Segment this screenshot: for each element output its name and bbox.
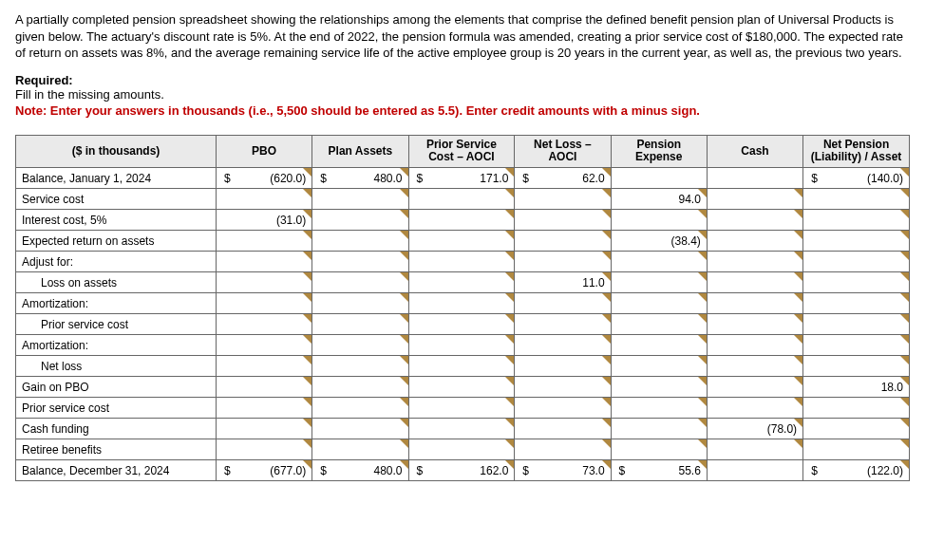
cell-input[interactable]: $(140.0) — [803, 168, 910, 189]
cell-input[interactable] — [515, 252, 611, 272]
dropdown-icon[interactable] — [900, 272, 909, 281]
cell-input[interactable] — [707, 168, 802, 189]
dropdown-icon[interactable] — [400, 231, 408, 239]
cell-input[interactable] — [707, 377, 802, 398]
dropdown-icon[interactable] — [900, 460, 909, 469]
cell-input[interactable] — [216, 272, 311, 293]
cell-input[interactable] — [611, 398, 707, 419]
dropdown-icon[interactable] — [698, 210, 707, 218]
dropdown-icon[interactable] — [400, 314, 408, 323]
cell-input[interactable]: $480.0 — [312, 460, 408, 481]
dropdown-icon[interactable] — [303, 439, 311, 448]
dropdown-icon[interactable] — [303, 460, 311, 469]
cell-input[interactable] — [408, 356, 515, 377]
dropdown-icon[interactable] — [698, 419, 707, 427]
dropdown-icon[interactable] — [400, 460, 408, 469]
dropdown-icon[interactable] — [698, 460, 707, 469]
dropdown-icon[interactable] — [602, 252, 611, 260]
cell-input[interactable] — [515, 314, 611, 335]
cell-input[interactable]: $62.0 — [515, 168, 611, 189]
dropdown-icon[interactable] — [602, 293, 611, 302]
dropdown-icon[interactable] — [505, 460, 514, 469]
dropdown-icon[interactable] — [400, 419, 408, 427]
cell-input[interactable] — [312, 419, 408, 439]
cell-input[interactable]: 11.0 — [515, 272, 611, 293]
cell-input[interactable] — [408, 252, 515, 272]
dropdown-icon[interactable] — [505, 439, 514, 448]
cell-input[interactable] — [216, 314, 311, 335]
dropdown-icon[interactable] — [602, 168, 611, 177]
dropdown-icon[interactable] — [900, 439, 909, 448]
dropdown-icon[interactable] — [900, 398, 909, 406]
cell-input[interactable]: (38.4) — [611, 231, 707, 252]
dropdown-icon[interactable] — [303, 335, 311, 344]
cell-input[interactable]: $(122.0) — [803, 460, 910, 481]
dropdown-icon[interactable] — [794, 293, 802, 302]
dropdown-icon[interactable] — [400, 168, 408, 177]
cell-input[interactable] — [803, 293, 910, 314]
cell-input[interactable] — [611, 439, 707, 460]
dropdown-icon[interactable] — [505, 231, 514, 239]
cell-input[interactable] — [707, 272, 802, 293]
dropdown-icon[interactable] — [505, 398, 514, 406]
cell-input[interactable] — [611, 377, 707, 398]
cell-input[interactable] — [803, 335, 910, 356]
dropdown-icon[interactable] — [900, 356, 909, 364]
dropdown-icon[interactable] — [303, 168, 311, 177]
cell-input[interactable] — [216, 231, 311, 252]
dropdown-icon[interactable] — [505, 293, 514, 302]
cell-input[interactable] — [707, 210, 802, 231]
dropdown-icon[interactable] — [505, 210, 514, 218]
dropdown-icon[interactable] — [602, 419, 611, 427]
cell-input[interactable] — [611, 314, 707, 335]
cell-input[interactable] — [408, 210, 515, 231]
dropdown-icon[interactable] — [698, 189, 707, 197]
dropdown-icon[interactable] — [602, 398, 611, 406]
cell-input[interactable] — [312, 210, 408, 231]
dropdown-icon[interactable] — [400, 210, 408, 218]
cell-input[interactable] — [515, 419, 611, 439]
cell-input[interactable] — [408, 439, 515, 460]
cell-input[interactable] — [707, 189, 802, 210]
dropdown-icon[interactable] — [698, 252, 707, 260]
cell-input[interactable] — [707, 314, 802, 335]
dropdown-icon[interactable] — [303, 356, 311, 364]
cell-input[interactable] — [408, 231, 515, 252]
dropdown-icon[interactable] — [400, 252, 408, 260]
dropdown-icon[interactable] — [602, 314, 611, 323]
dropdown-icon[interactable] — [400, 293, 408, 302]
cell-input[interactable] — [803, 210, 910, 231]
cell-input[interactable] — [803, 252, 910, 272]
cell-input[interactable] — [803, 314, 910, 335]
cell-input[interactable] — [408, 335, 515, 356]
dropdown-icon[interactable] — [505, 189, 514, 197]
cell-input[interactable] — [707, 398, 802, 419]
cell-input[interactable]: 18.0 — [803, 377, 910, 398]
cell-input[interactable] — [216, 252, 311, 272]
dropdown-icon[interactable] — [505, 419, 514, 427]
dropdown-icon[interactable] — [400, 272, 408, 281]
dropdown-icon[interactable] — [900, 231, 909, 239]
cell-input[interactable] — [515, 189, 611, 210]
dropdown-icon[interactable] — [900, 252, 909, 260]
cell-input[interactable] — [611, 252, 707, 272]
cell-input[interactable] — [216, 189, 311, 210]
dropdown-icon[interactable] — [602, 231, 611, 239]
cell-input[interactable]: (78.0) — [707, 419, 802, 439]
dropdown-icon[interactable] — [900, 189, 909, 197]
dropdown-icon[interactable] — [303, 293, 311, 302]
dropdown-icon[interactable] — [505, 168, 514, 177]
cell-input[interactable] — [312, 335, 408, 356]
dropdown-icon[interactable] — [602, 189, 611, 197]
cell-input[interactable] — [707, 231, 802, 252]
cell-input[interactable] — [312, 231, 408, 252]
dropdown-icon[interactable] — [505, 335, 514, 344]
dropdown-icon[interactable] — [794, 439, 802, 448]
cell-input[interactable] — [312, 398, 408, 419]
cell-input[interactable] — [515, 231, 611, 252]
cell-input[interactable] — [515, 356, 611, 377]
dropdown-icon[interactable] — [698, 398, 707, 406]
cell-input[interactable] — [611, 419, 707, 439]
dropdown-icon[interactable] — [602, 377, 611, 385]
cell-input[interactable]: $(620.0) — [216, 168, 311, 189]
